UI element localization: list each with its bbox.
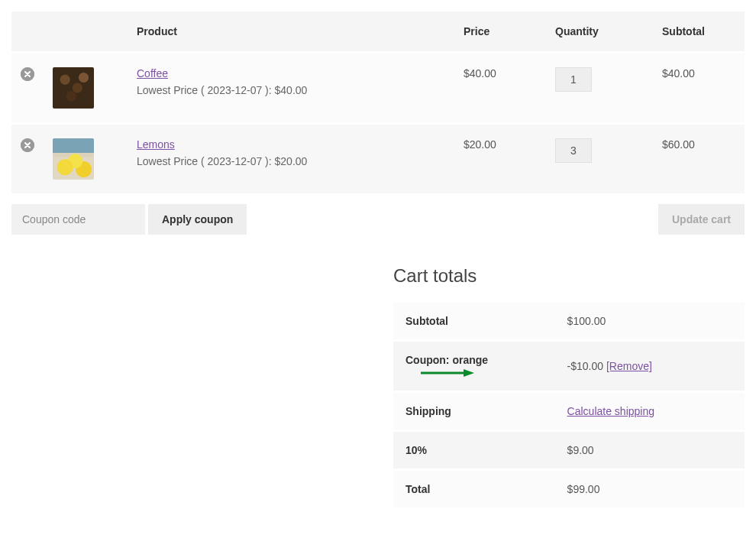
subtotal-value: $100.00 [555, 302, 745, 341]
coupon-code-input[interactable] [11, 204, 145, 235]
lowest-price-text: Lowest Price ( 2023-12-07 ): $40.00 [137, 84, 445, 96]
item-subtotal: $40.00 [653, 53, 745, 124]
coupon-label: Coupon: orange [393, 341, 555, 392]
tax-value: $9.00 [555, 431, 745, 470]
shipping-label: Shipping [393, 392, 555, 431]
close-icon [21, 138, 34, 152]
cart-totals-heading: Cart totals [393, 265, 745, 287]
cart-totals-section: Cart totals Subtotal $100.00 Coupon: ora… [393, 265, 745, 507]
remove-item-button[interactable] [21, 138, 34, 152]
calculate-shipping-link[interactable]: Calculate shipping [567, 405, 654, 417]
product-thumbnail[interactable] [53, 67, 94, 109]
item-subtotal: $60.00 [653, 124, 745, 194]
product-thumbnail[interactable] [53, 138, 94, 180]
cart-table: Product Price Quantity Subtotal Coffee L… [11, 11, 745, 193]
svg-marker-3 [464, 369, 474, 377]
product-link[interactable]: Coffee [137, 67, 168, 79]
coupon-label-text: Coupon: orange [405, 354, 488, 366]
quantity-input[interactable] [555, 138, 592, 163]
quantity-input[interactable] [555, 67, 592, 92]
coupon-value: -$10.00 [567, 360, 603, 372]
product-link[interactable]: Lemons [137, 138, 175, 151]
cart-actions: Apply coupon Update cart [11, 204, 745, 235]
update-cart-button[interactable]: Update cart [658, 204, 745, 235]
total-value: $99.00 [555, 470, 745, 508]
header-product: Product [128, 11, 454, 53]
remove-item-button[interactable] [21, 67, 34, 81]
item-price: $20.00 [454, 124, 546, 194]
header-price: Price [454, 11, 546, 53]
close-icon [21, 67, 34, 81]
tax-label: 10% [393, 431, 555, 470]
header-quantity: Quantity [546, 11, 653, 53]
lowest-price-text: Lowest Price ( 2023-12-07 ): $20.00 [137, 155, 445, 167]
header-subtotal: Subtotal [653, 11, 745, 53]
arrow-annotation-icon [421, 368, 474, 378]
cart-totals-table: Subtotal $100.00 Coupon: orange -$10.00 … [393, 300, 745, 507]
remove-coupon-link[interactable]: [Remove] [606, 360, 652, 372]
total-label: Total [393, 470, 555, 508]
table-row: Coffee Lowest Price ( 2023-12-07 ): $40.… [11, 53, 745, 124]
item-price: $40.00 [454, 53, 546, 124]
subtotal-label: Subtotal [393, 302, 555, 341]
apply-coupon-button[interactable]: Apply coupon [148, 204, 247, 235]
table-row: Lemons Lowest Price ( 2023-12-07 ): $20.… [11, 124, 745, 194]
